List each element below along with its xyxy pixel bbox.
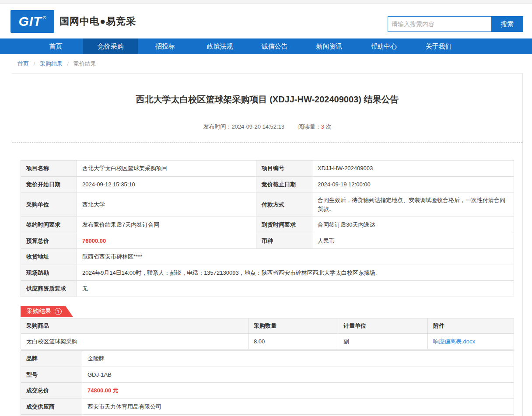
info-label-delivery-time: 到货时间要求 xyxy=(256,217,312,233)
main-nav: 首页 竞价采购 招投标 政策法规 诚信公告 新闻资讯 帮助中心 关于我们 xyxy=(0,38,532,54)
breadcrumb-current: 竞价结果 xyxy=(74,60,96,67)
publish-time-label: 发布时间： xyxy=(203,123,231,130)
table-row: 项目名称 西北大学太白校区篮球架采购项目 项目编号 XDJJ-HW-202409… xyxy=(21,161,514,177)
info-label-start-date: 竞价开始日期 xyxy=(21,176,77,192)
detail-value-brand: 金陵牌 xyxy=(82,351,514,367)
info-value-signing-time: 发布竞价结果后7天内签订合同 xyxy=(77,217,256,233)
info-value-project-name: 西北大学太白校区篮球架采购项目 xyxy=(77,161,256,177)
info-label-delivery-address: 收货地址 xyxy=(21,249,77,265)
table-row: 现场踏勘 2024年9月14日14:00时，联系人：郝锐，电话：13572130… xyxy=(21,265,514,281)
content-panel: 西北大学太白校区篮球架采购项目 (XDJJ-HW-202409003) 结果公告… xyxy=(12,73,523,416)
search-button[interactable]: 搜索 xyxy=(491,17,523,31)
table-row: 品牌 金陵牌 xyxy=(21,351,514,367)
view-count-label: 阅读量： xyxy=(298,123,321,130)
info-label-purchaser: 采购单位 xyxy=(21,192,77,217)
info-label-site-survey: 现场踏勘 xyxy=(21,265,77,281)
result-product: 太白校区篮球架采购 xyxy=(21,333,248,350)
result-unit: 副 xyxy=(338,333,428,350)
info-label-end-date: 竞价截止日期 xyxy=(256,176,312,192)
result-detail-table: 品牌 金陵牌 型号 GDJ-1AB 成交总价 74800.00 元 成交供应商 … xyxy=(21,350,514,416)
top-strip xyxy=(0,0,532,4)
detail-label-winning-supplier: 成交供应商 xyxy=(21,399,82,415)
nav-item-help-center[interactable]: 帮助中心 xyxy=(357,38,411,54)
registered-mark-icon: ® xyxy=(42,15,46,20)
info-value-supplier-qualification: 无 xyxy=(77,281,514,297)
table-row: 型号 GDJ-1AB xyxy=(21,367,514,383)
view-count-value: 3 xyxy=(321,123,324,130)
breadcrumb-procurement-results[interactable]: 采购结果 xyxy=(40,60,63,67)
nav-item-about-us[interactable]: 关于我们 xyxy=(411,38,466,54)
column-header-unit: 计量单位 xyxy=(338,318,428,333)
table-row: 供应商资质要求 无 xyxy=(21,281,514,297)
detail-label-warranty-service: 质保及售后服务 xyxy=(21,415,82,416)
publish-time: 发布时间：2024-09-20 14:52:13 xyxy=(203,123,284,130)
panel-body: 项目名称 西北大学太白校区篮球架采购项目 项目编号 XDJJ-HW-202409… xyxy=(12,160,522,416)
table-row: 竞价开始日期 2024-09-12 15:35:10 竞价截止日期 2024-0… xyxy=(21,176,514,192)
breadcrumb-separator: / xyxy=(67,60,69,67)
result-badge-label: 采购结果 xyxy=(27,308,51,315)
site-header: GIT ® 国网中电●易竞采 搜索 xyxy=(0,4,532,38)
nav-item-home[interactable]: 首页 xyxy=(28,38,83,54)
article-meta: 发布时间：2024-09-20 14:52:13 阅读量：3 次 xyxy=(12,123,522,131)
detail-value-winning-supplier: 西安市天力体育用品有限公司 xyxy=(82,399,514,415)
logo-text: GIT xyxy=(18,14,42,29)
info-label-project-number: 项目编号 xyxy=(256,161,312,177)
column-header-attachment: 附件 xyxy=(428,318,514,333)
table-row: 质保及售后服务 质保期3年，质保期内免费提供零部件、免费上门维修。 xyxy=(21,415,514,416)
table-row: 签约时间要求 发布竞价结果后7天内签订合同 到货时间要求 合同签订后30天内送达 xyxy=(21,217,514,233)
logo[interactable]: GIT ® 国网中电●易竞采 xyxy=(10,10,136,33)
info-value-project-number: XDJJ-HW-202409003 xyxy=(312,161,514,177)
info-value-delivery-time: 合同签订后30天内送达 xyxy=(312,217,514,233)
table-row: 成交供应商 西安市天力体育用品有限公司 xyxy=(21,399,514,415)
result-quantity: 8.00 xyxy=(248,333,338,350)
info-value-budget-total: 76000.00 xyxy=(77,233,256,249)
info-label-budget-total: 预算总价 xyxy=(21,233,77,249)
logo-git-box: GIT ® xyxy=(10,10,54,33)
table-row: 采购单位 西北大学 付款方式 合同生效后，待货物到达指定地点、安装调试验收合格后… xyxy=(21,192,514,217)
search-group: 搜索 xyxy=(388,16,523,32)
table-row: 预算总价 76000.00 币种 人民币 xyxy=(21,233,514,249)
nav-item-policies[interactable]: 政策法规 xyxy=(192,38,247,54)
info-label-signing-time: 签约时间要求 xyxy=(21,217,77,233)
info-value-currency: 人民币 xyxy=(312,233,514,249)
info-value-start-date: 2024-09-12 15:35:10 xyxy=(77,176,256,192)
attachment-link[interactable]: 响应偏离表.docx xyxy=(433,338,475,345)
table-row: 收货地址 陕西省西安市碑林区**** xyxy=(21,249,514,265)
nav-item-tendering[interactable]: 招投标 xyxy=(138,38,192,54)
site-brand-title: 国网中电●易竞采 xyxy=(60,15,136,28)
detail-value-final-price: 74800.00 元 xyxy=(82,383,514,399)
publish-time-value: 2024-09-20 14:52:13 xyxy=(231,123,284,130)
info-value-purchaser: 西北大学 xyxy=(77,192,256,217)
nav-item-news[interactable]: 新闻资讯 xyxy=(302,38,357,54)
result-items-table: 采购商品 采购数量 计量单位 附件 太白校区篮球架采购 8.00 副 响应偏离表… xyxy=(21,318,514,350)
search-input[interactable] xyxy=(388,17,491,31)
breadcrumb: 首页 / 采购结果 / 竞价结果 xyxy=(0,54,532,71)
breadcrumb-separator: / xyxy=(34,60,35,67)
info-label-payment-method: 付款方式 xyxy=(256,192,312,217)
table-header-row: 采购商品 采购数量 计量单位 附件 xyxy=(21,318,514,333)
view-count: 阅读量：3 次 xyxy=(298,123,332,130)
result-count-badge: 1 xyxy=(55,308,62,315)
detail-value-warranty-service: 质保期3年，质保期内免费提供零部件、免费上门维修。 xyxy=(82,415,514,416)
detail-value-model: GDJ-1AB xyxy=(82,367,514,383)
table-row: 成交总价 74800.00 元 xyxy=(21,383,514,399)
procurement-result-badge: 采购结果 1 xyxy=(21,306,73,317)
view-count-unit: 次 xyxy=(326,123,332,130)
detail-label-final-price: 成交总价 xyxy=(21,383,82,399)
info-value-site-survey: 2024年9月14日14:00时，联系人：郝锐，电话：13572130093，地… xyxy=(77,265,514,281)
column-header-product: 采购商品 xyxy=(21,318,248,333)
column-header-quantity: 采购数量 xyxy=(248,318,338,333)
detail-label-model: 型号 xyxy=(21,367,82,383)
detail-label-brand: 品牌 xyxy=(21,351,82,367)
info-value-payment-method: 合同生效后，待货物到达指定地点、安装调试验收合格后，一次性付清合同货款。 xyxy=(312,192,514,217)
nav-item-bidding-procurement[interactable]: 竞价采购 xyxy=(83,38,138,54)
info-label-currency: 币种 xyxy=(256,233,312,249)
breadcrumb-home[interactable]: 首页 xyxy=(18,60,29,67)
project-info-table: 项目名称 西北大学太白校区篮球架采购项目 项目编号 XDJJ-HW-202409… xyxy=(21,160,514,297)
info-label-supplier-qualification: 供应商资质要求 xyxy=(21,281,77,297)
nav-item-integrity-notice[interactable]: 诚信公告 xyxy=(247,38,302,54)
info-value-end-date: 2024-09-19 12:00:00 xyxy=(312,176,514,192)
info-label-project-name: 项目名称 xyxy=(21,161,77,177)
info-value-delivery-address: 陕西省西安市碑林区**** xyxy=(77,249,514,265)
page-title: 西北大学太白校区篮球架采购项目 (XDJJ-HW-202409003) 结果公告 xyxy=(12,94,522,105)
